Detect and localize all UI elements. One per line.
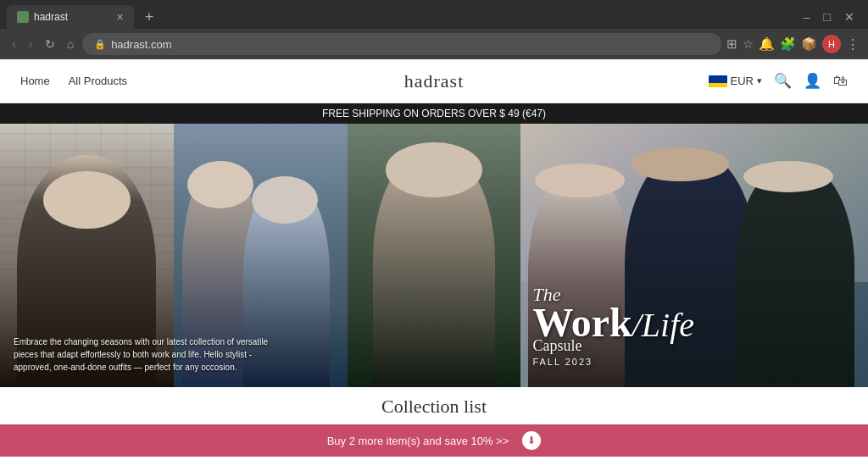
promo-bar-text: Buy 2 more item(s) and save 10% >>: [327, 435, 509, 447]
site-nav: Home All Products hadrast EUR ▾ 🔍 👤 🛍: [0, 59, 868, 103]
profile-icon[interactable]: H: [822, 35, 841, 53]
nav-link-all-products[interactable]: All Products: [69, 75, 127, 87]
hero-col-3: [348, 124, 521, 387]
new-tab-button[interactable]: +: [137, 5, 161, 29]
currency-selector[interactable]: EUR ▾: [709, 75, 762, 87]
address-text: hadrast.com: [111, 38, 172, 51]
account-icon[interactable]: 👤: [804, 72, 821, 90]
browser-chrome: hadrast ✕ + – □ ✕ ‹ › ↻ ⌂ 🔒 hadrast.com …: [0, 0, 868, 59]
hero-text-overlay: Embrace the changing seasons with our la…: [14, 335, 285, 374]
window-close[interactable]: ✕: [837, 10, 861, 24]
nav-link-home[interactable]: Home: [20, 75, 50, 87]
home-button[interactable]: ⌂: [64, 37, 77, 51]
eu-flag: [709, 75, 727, 87]
address-bar[interactable]: 🔒 hadrast.com: [82, 33, 721, 55]
extension2-icon[interactable]: 🧩: [780, 36, 796, 52]
cart-icon[interactable]: 🛍: [833, 73, 848, 90]
lock-icon: 🔒: [94, 39, 106, 50]
website: Home All Products hadrast EUR ▾ 🔍 👤 🛍 FR…: [0, 59, 868, 457]
extensions-icon[interactable]: ⊞: [726, 36, 737, 52]
tab-close-icon[interactable]: ✕: [116, 12, 124, 23]
menu-icon[interactable]: ⋮: [846, 36, 860, 53]
tab-title: hadrast: [34, 11, 111, 23]
refresh-button[interactable]: ↻: [42, 37, 58, 51]
browser-tab[interactable]: hadrast ✕: [7, 5, 134, 29]
hero-badge-season: FALL 2023: [532, 357, 694, 367]
bottom-promo-bar[interactable]: Buy 2 more item(s) and save 10% >> ⬇: [0, 424, 868, 457]
hero-badge: The Work/Life Capsule FALL 2023: [532, 284, 694, 367]
hero-col-4: The Work/Life Capsule FALL 2023: [520, 124, 868, 387]
search-icon[interactable]: 🔍: [774, 72, 792, 90]
extension3-icon[interactable]: 📦: [801, 36, 817, 52]
collection-section: Collection list: [0, 387, 868, 424]
site-logo: hadrast: [404, 70, 465, 92]
site-nav-right: EUR ▾ 🔍 👤 🛍: [709, 72, 848, 90]
star-icon[interactable]: ☆: [743, 36, 754, 52]
nav-bar: ‹ › ↻ ⌂ 🔒 hadrast.com ⊞ ☆ 🔔 🧩 📦 H ⋮: [0, 29, 868, 59]
forward-button[interactable]: ›: [25, 36, 36, 52]
tab-bar: hadrast ✕ + – □ ✕: [0, 0, 868, 29]
back-button[interactable]: ‹: [8, 36, 19, 52]
currency-label: EUR: [731, 75, 754, 87]
window-minimize[interactable]: –: [797, 10, 817, 24]
tab-favicon: [17, 11, 29, 23]
window-maximize[interactable]: □: [817, 10, 837, 24]
promo-banner: FREE SHIPPING ON ORDERS OVER $ 49 (€47): [0, 103, 868, 124]
extension1-icon[interactable]: 🔔: [759, 36, 775, 52]
promo-bar-icon: ⬇: [522, 431, 541, 450]
hero-section: The Work/Life Capsule FALL 2023 Embrace …: [0, 124, 868, 387]
collection-title: Collection list: [0, 396, 868, 418]
site-nav-left: Home All Products: [20, 75, 127, 87]
hero-badge-main: Work/Life: [532, 306, 694, 341]
promo-text: FREE SHIPPING ON ORDERS OVER $ 49 (€47): [322, 108, 546, 119]
currency-chevron: ▾: [757, 75, 762, 86]
